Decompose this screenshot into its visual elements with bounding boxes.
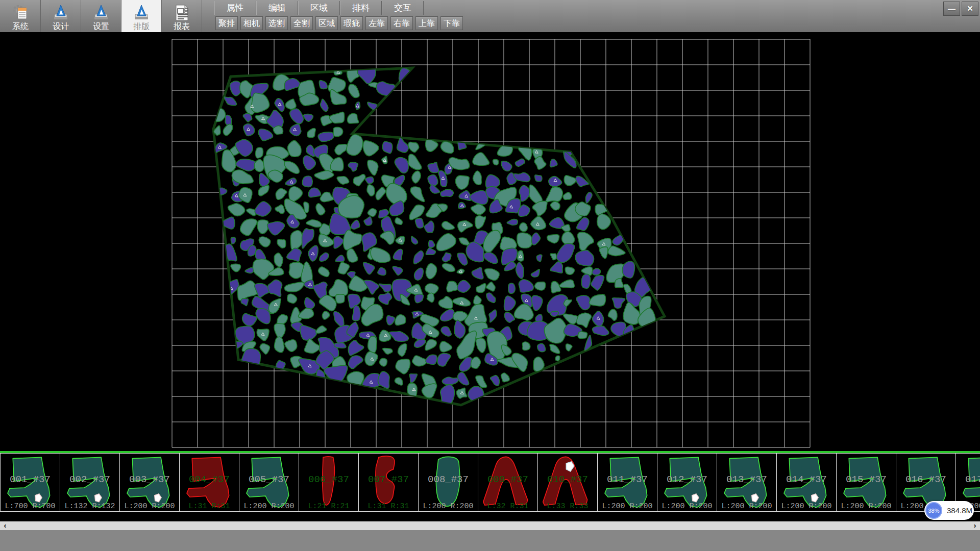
nesting-canvas[interactable] <box>0 32 980 451</box>
piece-thumbnail <box>658 454 716 511</box>
piece-thumbnail <box>300 454 357 511</box>
thumbnail-002[interactable]: 002_#37L:132 R:132 <box>60 453 120 512</box>
piece-thumbnail <box>718 454 775 511</box>
toolbar-tile-label: 排版 <box>133 22 150 31</box>
tool-button-defect[interactable]: 瑕疵 <box>340 16 363 30</box>
horizontal-scrollbar[interactable]: ‹ › <box>0 521 980 530</box>
window-controls: — ✕ <box>943 2 978 16</box>
toolbar-tile-nesting[interactable]: 排版 <box>121 0 162 32</box>
menu-tab-edit[interactable]: 编辑 <box>256 1 298 15</box>
menu-tab-interact[interactable]: 交互 <box>382 1 424 15</box>
close-button[interactable]: ✕ <box>962 2 978 16</box>
main-toolbar: 系统设计设置排版报表 <box>1 0 202 32</box>
toolbar-tile-settings[interactable]: 设置 <box>81 0 121 32</box>
tool-button-align-bottom[interactable]: 下靠 <box>440 16 463 30</box>
tool-button-region[interactable]: 区域 <box>315 16 338 30</box>
status-bar <box>0 530 980 551</box>
toolbar-tile-label: 设计 <box>53 22 69 31</box>
piece-thumbnail <box>479 454 536 511</box>
tool-button-align-top[interactable]: 上靠 <box>415 16 438 30</box>
thumbnail-003[interactable]: 003_#37L:200 R:200 <box>119 453 180 512</box>
piece-thumbnail <box>539 454 596 511</box>
piece-thumbnail <box>838 454 895 511</box>
tool-button-row: 聚排相机选割全割区域瑕疵左靠右靠上靠下靠 <box>215 16 463 30</box>
progress-circle: 38% <box>925 502 942 519</box>
tool-button-align-left[interactable]: 左靠 <box>365 16 388 30</box>
toolbar-tile-system[interactable]: 系统 <box>1 0 41 32</box>
thumbnail-014[interactable]: 014_#37L:200 R:200 <box>776 453 837 512</box>
tool-button-cut-all[interactable]: 全割 <box>290 16 313 30</box>
menu-tab-nest[interactable]: 排料 <box>340 1 382 15</box>
menu-tab-region[interactable]: 区域 <box>298 1 340 15</box>
toolbar-tile-report[interactable]: 报表 <box>162 0 202 32</box>
tool-button-cluster-nest[interactable]: 聚排 <box>215 16 238 30</box>
piece-thumbnail <box>61 454 118 511</box>
gear-document-icon <box>12 4 29 21</box>
piece-thumbnail <box>360 454 417 511</box>
toolbar-tile-label: 报表 <box>174 22 190 31</box>
thumbnail-008[interactable]: 008_#37L:200 R:200 <box>418 453 478 512</box>
thumbnail-011[interactable]: 011_#37L:200 R:200 <box>597 453 657 512</box>
piece-thumbnail <box>240 454 298 511</box>
scroll-left-button[interactable]: ‹ <box>0 521 10 530</box>
toolbar-tile-design[interactable]: 设计 <box>41 0 81 32</box>
tool-button-select-cut[interactable]: 选割 <box>265 16 288 30</box>
toolbar-tile-label: 设置 <box>93 22 109 31</box>
tool-button-align-right[interactable]: 右靠 <box>390 16 413 30</box>
thumbnail-row: 001_#37L:700 R:700002_#37L:132 R:132003_… <box>1 453 980 512</box>
thumbnail-005[interactable]: 005_#37L:200 R:200 <box>239 453 299 512</box>
report-icon <box>173 4 190 21</box>
menu-tab-bar: 属性编辑区域排料交互 <box>214 1 424 15</box>
progress-size-label: 384.8M <box>947 506 972 515</box>
piece-thumbnail <box>420 454 477 511</box>
thumbnail-010[interactable]: 010_#37L:33 R:33 <box>537 453 598 512</box>
thumbnail-004[interactable]: 004_#37L:31 R:31 <box>179 453 239 512</box>
piece-thumbnail <box>121 454 178 511</box>
thumbnail-009[interactable]: 009_#37L:32 R:31 <box>478 453 538 512</box>
piece-thumbnail <box>599 454 656 511</box>
thumbnail-015[interactable]: 015_#37L:200 R:200 <box>836 453 896 512</box>
menu-tab-properties[interactable]: 属性 <box>214 1 256 15</box>
minimize-button[interactable]: — <box>943 2 960 16</box>
set-square-icon <box>52 4 69 21</box>
thumbnail-012[interactable]: 012_#37L:200 R:200 <box>657 453 717 512</box>
download-progress-badge[interactable]: 38% 384.8M <box>924 501 974 520</box>
title-bar: 系统设计设置排版报表 属性编辑区域排料交互 聚排相机选割全割区域瑕疵左靠右靠上靠… <box>0 0 980 32</box>
set-square-icon <box>92 4 110 21</box>
tool-button-camera[interactable]: 相机 <box>240 16 263 30</box>
thumbnail-strip: 001_#37L:700 R:700002_#37L:132 R:132003_… <box>0 451 980 521</box>
thumbnail-001[interactable]: 001_#37L:700 R:700 <box>0 453 60 512</box>
piece-thumbnail <box>778 454 835 511</box>
toolbar-tile-label: 系统 <box>12 22 29 31</box>
application-window: 系统设计设置排版报表 属性编辑区域排料交互 聚排相机选割全割区域瑕疵左靠右靠上靠… <box>0 0 980 551</box>
scroll-right-button[interactable]: › <box>970 521 980 530</box>
thumbnail-013[interactable]: 013_#37L:200 R:200 <box>717 453 777 512</box>
set-square-icon <box>133 4 150 21</box>
thumbnail-006[interactable]: 006_#37L:21 R:21 <box>299 453 359 512</box>
thumbnail-007[interactable]: 007_#37L:31 R:31 <box>358 453 419 512</box>
piece-thumbnail <box>2 454 59 511</box>
piece-thumbnail <box>181 454 238 511</box>
